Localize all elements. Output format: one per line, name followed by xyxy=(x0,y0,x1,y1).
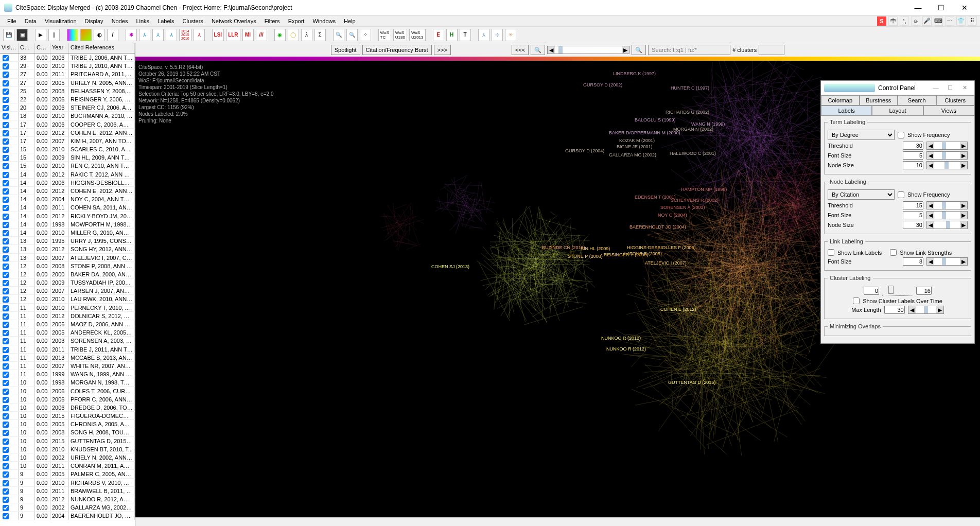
menu-visualization[interactable]: Visualization xyxy=(41,16,81,26)
table-row[interactable]: 110.002006MAOZ D, 2006, ANN TO... xyxy=(0,320,135,328)
table-row[interactable]: 170.002006COOPER C, 2006, ANN ... xyxy=(0,120,135,129)
row-visible-check[interactable] xyxy=(3,89,9,95)
row-visible-check[interactable] xyxy=(3,322,9,328)
term-by-select[interactable]: By Degree xyxy=(828,130,895,140)
color-bar-icon[interactable] xyxy=(67,29,78,41)
col-count[interactable]: Count xyxy=(19,43,35,53)
tab-views[interactable]: Views xyxy=(923,106,974,115)
table-row[interactable]: 140.002012RAKIC T, 2012, ANN TO... xyxy=(0,170,135,179)
menu-filters[interactable]: Filters xyxy=(260,16,284,26)
cluster-overtime-check[interactable] xyxy=(853,297,860,304)
menu-help[interactable]: Help xyxy=(340,16,360,26)
term-fontsize-slider[interactable]: ◀▶ xyxy=(926,151,968,160)
mi-button[interactable]: MI xyxy=(242,29,254,41)
spotlight-button[interactable]: Spotlight xyxy=(331,45,360,55)
row-visible-check[interactable] xyxy=(3,264,9,270)
table-row[interactable]: 170.002012COHEN E, 2012, ANN T... xyxy=(0,129,135,137)
pause-button[interactable]: ‖ xyxy=(48,29,60,41)
target-yellow-icon[interactable]: ◯ xyxy=(288,29,299,41)
table-row[interactable]: 140.001998MOWFORTH M, 1998, T... xyxy=(0,220,135,229)
row-visible-check[interactable] xyxy=(3,122,9,128)
term-nodesize[interactable] xyxy=(903,161,923,169)
ime-btn[interactable]: °, xyxy=(900,16,909,26)
table-row[interactable]: 110.002013MCCABE S, 2013, ANN ... xyxy=(0,354,135,362)
row-visible-check[interactable] xyxy=(3,255,9,261)
tab-clusters[interactable]: Clusters xyxy=(936,95,975,105)
node-showfreq-check[interactable] xyxy=(898,191,904,198)
table-row[interactable]: 100.002008SONG H, 2008, TOURIS... xyxy=(0,428,135,436)
col-cited[interactable]: Cited References xyxy=(69,43,135,53)
table-row[interactable]: 140.002004NOY C, 2004, ANN TOU... xyxy=(0,195,135,203)
play-button[interactable]: ▶ xyxy=(35,29,46,41)
next-button[interactable]: >>> xyxy=(434,45,451,55)
row-visible-check[interactable] xyxy=(3,413,9,419)
menu-windows[interactable]: Windows xyxy=(308,16,340,26)
row-visible-check[interactable] xyxy=(3,222,9,228)
menu-nodes[interactable]: Nodes xyxy=(108,16,132,26)
zoom-out-icon[interactable]: 🔍 xyxy=(531,45,545,55)
wos-tc-button[interactable]: WoSTC xyxy=(378,29,391,41)
row-visible-check[interactable] xyxy=(3,272,9,278)
table-row[interactable]: 140.002012COHEN E, 2012, ANN T... xyxy=(0,187,135,195)
row-visible-check[interactable] xyxy=(3,513,9,519)
row-visible-check[interactable] xyxy=(3,363,9,370)
ime-logo-icon[interactable]: S xyxy=(877,16,886,26)
network1-icon[interactable]: ⅄ xyxy=(478,29,489,41)
table-row[interactable]: 110.002012DOLNICAR S, 2012, AN... xyxy=(0,312,135,320)
table-row[interactable]: 110.002005ANDERECK KL, 2005, A... xyxy=(0,328,135,337)
table-row[interactable]: 330.002006TRIBE J, 2006, ANN TO... xyxy=(0,54,135,62)
table-row[interactable]: 90.002011BRAMWELL B, 2011, J ... xyxy=(0,487,135,495)
table-row[interactable]: 100.002011CONRAN M, 2011, ANN ... xyxy=(0,462,135,470)
row-visible-check[interactable] xyxy=(3,422,9,428)
table-row[interactable]: 170.002007KIM H, 2007, ANN TOU... xyxy=(0,137,135,145)
row-visible-check[interactable] xyxy=(3,296,9,303)
table-row[interactable]: 120.002008STONE P, 2008, ANN T... xyxy=(0,262,135,270)
row-visible-check[interactable] xyxy=(3,72,9,78)
tree3-icon[interactable]: ⅄ xyxy=(166,29,177,41)
table-row[interactable]: 150.002010REN C, 2010, ANN TOU... xyxy=(0,162,135,170)
table-row[interactable]: 140.002011COHEN SA, 2011, ANN ... xyxy=(0,203,135,212)
tab-layout[interactable]: Layout xyxy=(872,106,923,115)
t-button[interactable]: T xyxy=(460,29,471,41)
row-visible-check[interactable] xyxy=(3,355,9,361)
row-visible-check[interactable] xyxy=(3,63,9,69)
row-visible-check[interactable] xyxy=(3,372,9,378)
stripes-icon[interactable]: /// xyxy=(256,29,267,41)
lambda-icon[interactable]: λ xyxy=(301,29,312,41)
table-row[interactable]: 250.002008BELHASSEN Y, 2008, A... xyxy=(0,87,135,95)
col-year[interactable]: Year xyxy=(50,43,69,53)
table-row[interactable]: 90.002012NUNKOO R, 2012, ANN... xyxy=(0,495,135,503)
row-visible-check[interactable] xyxy=(3,338,9,344)
node-threshold[interactable] xyxy=(903,201,923,209)
node-nodesize[interactable] xyxy=(903,221,923,229)
row-visible-check[interactable] xyxy=(3,197,9,203)
sigma-icon[interactable]: Σ xyxy=(314,29,326,41)
prev-button[interactable]: <<< xyxy=(512,45,529,55)
search-input[interactable] xyxy=(648,45,730,55)
row-visible-check[interactable] xyxy=(3,147,9,153)
tree5-icon[interactable]: ⅄ xyxy=(194,29,205,41)
clusters-input[interactable] xyxy=(759,45,784,55)
text-icon[interactable]: I xyxy=(107,29,118,41)
term-nodesize-slider[interactable]: ◀▶ xyxy=(926,161,968,169)
table-row[interactable]: 270.002011PRITCHARD A, 2011, A... xyxy=(0,70,135,78)
table-row[interactable]: 90.002004BAERENHOLDT JO, 20... xyxy=(0,512,135,520)
tree4-icon[interactable]: 201420152016 xyxy=(179,29,191,41)
term-showfreq-check[interactable] xyxy=(898,132,904,138)
table-row[interactable]: 100.002002URIELY N, 2002, ANN T... xyxy=(0,453,135,462)
ime-lang[interactable]: 中 xyxy=(888,16,898,26)
llr-button[interactable]: LLR xyxy=(226,29,240,41)
row-visible-check[interactable] xyxy=(3,172,9,178)
table-row[interactable]: 180.002010BUCHMANN A, 2010, A... xyxy=(0,112,135,120)
cluster-maxlen-slider[interactable]: ◀▶ xyxy=(908,306,944,314)
row-visible-check[interactable] xyxy=(3,330,9,336)
table-row[interactable]: 150.002009SIN HL, 2009, ANN TOU... xyxy=(0,153,135,162)
wos-u2013-button[interactable]: WoSU2013 xyxy=(409,29,426,41)
row-visible-check[interactable] xyxy=(3,130,9,136)
ime-btn[interactable]: ⠿ xyxy=(968,16,977,26)
row-visible-check[interactable] xyxy=(3,205,9,211)
row-visible-check[interactable] xyxy=(3,288,9,294)
table-row[interactable]: 200.002006STEINER CJ, 2006, AN... xyxy=(0,103,135,112)
table-row[interactable]: 90.002005PALMER C, 2005, ANN ... xyxy=(0,470,135,478)
table-row[interactable]: 100.002015GUTTENTAG D, 2015, C... xyxy=(0,437,135,445)
